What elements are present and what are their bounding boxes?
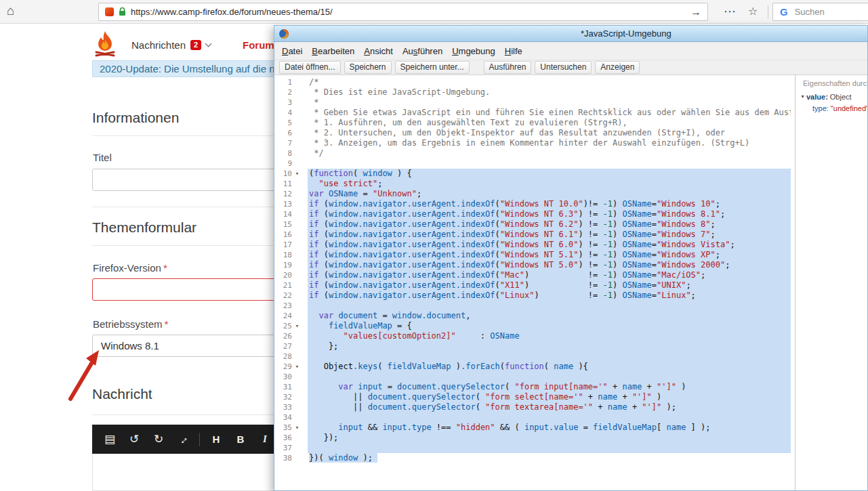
message-editor-area[interactable]	[92, 454, 295, 491]
menu-ansicht[interactable]: Ansicht	[359, 44, 398, 58]
gutter-line: 17	[274, 240, 304, 250]
code-line[interactable]: * Geben Sie etwas JavaScript ein und füh…	[308, 108, 791, 118]
code-line[interactable]: (function( window ) {	[308, 169, 791, 179]
line-number: 21	[274, 280, 292, 291]
code-line[interactable]	[308, 158, 791, 169]
code-line[interactable]: || document.querySelector( "form select[…	[308, 392, 791, 402]
code-line[interactable]: if (window.navigator.userAgent.indexOf("…	[308, 199, 791, 209]
fold-spacer	[292, 219, 302, 230]
gutter-line: 9	[274, 158, 304, 169]
toolbar-save-button[interactable]: Speichern	[344, 61, 392, 74]
toolbar-run-button[interactable]: Ausführen	[484, 61, 532, 74]
inspector-filter[interactable]: Eigenschaften durchsuchen	[795, 77, 867, 91]
code-line[interactable]: if (window.navigator.userAgent.indexOf("…	[308, 250, 791, 260]
code-line[interactable]	[308, 301, 791, 311]
code-lines[interactable]: /* * Dies ist eine JavaScript-Umgebung. …	[304, 75, 791, 490]
code-line[interactable]: if (window.navigator.userAgent.indexOf("…	[308, 280, 791, 291]
code-line[interactable]: /*	[308, 77, 791, 87]
fullscreen-icon[interactable]: ↔	[170, 426, 196, 452]
toolbar-inspect-button[interactable]: Untersuchen	[535, 61, 592, 74]
fold-spacer	[292, 240, 302, 250]
code-line[interactable]: var input = document.querySelector( "for…	[308, 382, 791, 392]
search-placeholder[interactable]: Suchen	[795, 7, 825, 17]
twisty-icon[interactable]: ▾	[799, 93, 806, 100]
screen: ⌂ https://www.camp-firefox.de/forum/neue…	[0, 0, 868, 491]
line-number: 10	[274, 169, 292, 179]
nav-forum-link[interactable]: Forum	[243, 39, 274, 51]
line-number: 6	[274, 128, 292, 138]
inspector-row[interactable]: ▾value:Object	[795, 91, 867, 102]
menu-umgebung[interactable]: Umgebung	[447, 44, 500, 58]
fold-spacer	[292, 98, 302, 108]
inspector-row[interactable]: type:"undefined"	[795, 102, 867, 114]
code-line[interactable]: fieldValueMap = {	[308, 321, 791, 331]
property-value: "undefined"	[831, 104, 867, 112]
gutter-line: 31	[274, 382, 304, 392]
code-line[interactable]: * Dies ist eine JavaScript-Umgebung.	[308, 87, 791, 98]
menu-bearbeiten[interactable]: Bearbeiten	[307, 44, 359, 58]
code-line[interactable]	[308, 443, 791, 453]
campfire-logo-icon[interactable]	[92, 30, 118, 57]
fold-marker-icon[interactable]: ▾	[292, 423, 302, 433]
code-line[interactable]: });	[308, 433, 791, 443]
code-line[interactable]: if (window.navigator.userAgent.indexOf("…	[308, 240, 791, 250]
fold-spacer	[292, 372, 302, 382]
template-icon[interactable]: ▤	[98, 432, 122, 446]
gutter-line: 4	[274, 108, 304, 118]
code-line[interactable]: "values[customOption2]" : OSName	[308, 331, 791, 341]
home-icon[interactable]: ⌂	[7, 3, 14, 18]
url-text[interactable]: https://www.camp-firefox.de/forum/neues-…	[131, 7, 686, 17]
heading-icon[interactable]: H	[204, 433, 228, 445]
fold-marker-icon[interactable]: ▾	[292, 169, 302, 179]
code-line[interactable]	[308, 351, 791, 362]
redo-icon[interactable]: ↻	[146, 432, 171, 446]
bookmark-star-icon[interactable]: ☆	[748, 5, 758, 18]
code-line[interactable]: if (window.navigator.userAgent.indexOf("…	[308, 209, 791, 219]
undo-icon[interactable]: ↺	[122, 432, 146, 446]
gutter-line: 8	[274, 148, 304, 158]
code-line[interactable]: if (window.navigator.userAgent.indexOf("…	[308, 270, 791, 280]
fold-spacer	[292, 453, 302, 463]
menu-ausfuehren[interactable]: Ausführen	[398, 44, 447, 58]
fold-marker-icon[interactable]: ▾	[292, 362, 302, 372]
firefox-version-label-text: Firefox-Version	[93, 262, 161, 274]
chevron-down-icon	[205, 41, 212, 47]
code-line[interactable]: */	[308, 148, 791, 158]
nav-messages[interactable]: Nachrichten 2	[131, 39, 211, 51]
toolbar-display-button[interactable]: Anzeigen	[595, 61, 640, 74]
code-line[interactable]: };	[308, 341, 791, 351]
fold-spacer	[292, 230, 302, 240]
code-line[interactable]: * 2. Untersuchen, um den Objekt-Inspekto…	[308, 128, 791, 138]
go-arrow-icon[interactable]: →	[690, 6, 701, 18]
scratchpad-titlebar[interactable]: *JavaScript-Umgebung	[274, 26, 867, 42]
code-line[interactable]: * 3. Anzeigen, um das Ergebnis in einem …	[308, 138, 791, 148]
toolbar-open-button[interactable]: Datei öffnen...	[279, 61, 341, 74]
menu-hilfe[interactable]: Hilfe	[500, 44, 527, 58]
code-line[interactable]: if (window.navigator.userAgent.indexOf("…	[308, 260, 791, 270]
code-line[interactable]: || document.querySelector( "form textare…	[308, 402, 791, 412]
code-line[interactable]: var document = window.document,	[308, 311, 791, 321]
titel-label-text: Titel	[93, 152, 112, 163]
fold-spacer	[292, 77, 302, 87]
code-line[interactable]	[308, 412, 791, 423]
toolbar-saveas-button[interactable]: Speichern unter...	[395, 61, 470, 74]
line-number: 15	[274, 219, 292, 230]
url-bar[interactable]: https://www.camp-firefox.de/forum/neues-…	[98, 3, 708, 21]
overflow-menu-icon[interactable]: ⋯	[724, 4, 737, 19]
line-number: 8	[274, 148, 292, 158]
fold-marker-icon[interactable]: ▾	[292, 321, 302, 331]
code-line[interactable]: * 1. Ausführen, um den ausgewählten Text…	[308, 118, 791, 128]
code-line[interactable]: input && input.type !== "hidden" && ( in…	[308, 423, 791, 433]
code-line[interactable]: })( window );	[308, 453, 791, 463]
code-line[interactable]: Object.keys( fieldValueMap ).forEach(fun…	[308, 362, 791, 372]
code-line[interactable]	[308, 372, 791, 382]
search-bar[interactable]: G Suchen	[772, 3, 868, 21]
bold-icon[interactable]: B	[228, 433, 253, 445]
menu-datei[interactable]: Datei	[277, 44, 307, 58]
code-line[interactable]: *	[308, 98, 791, 108]
code-line[interactable]: "use strict";	[308, 179, 791, 189]
code-line[interactable]: var OSName = "Unknown";	[308, 189, 791, 199]
code-line[interactable]: if (window.navigator.userAgent.indexOf("…	[308, 219, 791, 230]
code-line[interactable]: if (window.navigator.userAgent.indexOf("…	[308, 291, 791, 301]
code-line[interactable]: if (window.navigator.userAgent.indexOf("…	[308, 230, 791, 240]
